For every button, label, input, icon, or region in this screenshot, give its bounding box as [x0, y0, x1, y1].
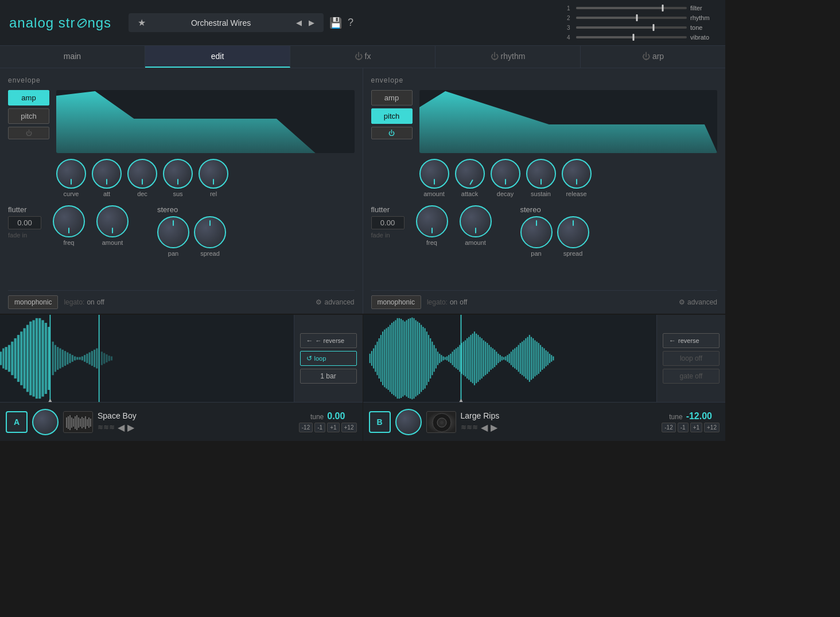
knob-b-attack[interactable]: attack	[455, 159, 485, 197]
svg-rect-110	[452, 352, 453, 365]
svg-rect-17	[41, 320, 44, 396]
svg-rect-144	[514, 348, 515, 368]
panel-a-flutter-label: flutter	[8, 205, 41, 214]
panel-a-fade-in-label: fade in	[8, 232, 41, 239]
sample-b-prev-icon[interactable]: ◀	[481, 422, 488, 433]
panel-a-power-button[interactable]: ⏻	[8, 127, 49, 139]
power-b-button[interactable]: B	[369, 411, 391, 433]
loop-a-button[interactable]: ↺ loop	[300, 351, 357, 366]
svg-rect-53	[73, 419, 74, 427]
knob-b-decay-label: decay	[497, 190, 514, 197]
knob-b-flutter-amount-label: amount	[465, 239, 486, 246]
svg-rect-106	[444, 357, 445, 360]
preset-star-icon[interactable]: ★	[138, 17, 146, 28]
knob-a-att[interactable]: att	[92, 159, 122, 197]
panel-a-envelope-label: envelope	[8, 76, 355, 84]
preset-next-icon[interactable]: ▶	[309, 18, 314, 27]
tune-b-m1[interactable]: -1	[678, 423, 689, 432]
knob-b-spread[interactable]: spread	[557, 216, 589, 257]
panel-b-amp-button[interactable]: amp	[371, 90, 413, 106]
panel-a-legato-on[interactable]: on	[87, 298, 94, 306]
svg-rect-80	[396, 318, 398, 399]
tab-fx[interactable]: ⏻fx	[290, 46, 435, 68]
power-a-button[interactable]: A	[6, 411, 28, 433]
svg-rect-109	[450, 354, 451, 363]
knob-a-flutter-amount[interactable]: amount	[96, 205, 129, 246]
tune-b-label: tune	[669, 413, 682, 421]
knob-b-decay[interactable]: decay	[491, 159, 520, 197]
svg-rect-43	[106, 354, 107, 362]
knob-b-sustain[interactable]: sustain	[526, 159, 556, 197]
knob-b-release[interactable]: release	[562, 159, 592, 197]
knob-b-flutter-amount[interactable]: amount	[460, 205, 492, 246]
knob-a-curve[interactable]: curve	[56, 159, 86, 197]
knob-b-flutter-freq[interactable]: freq	[416, 205, 448, 246]
knob-a-rel[interactable]: rel	[199, 159, 228, 197]
sample-b-name: Large Rips	[461, 411, 658, 420]
svg-rect-117	[464, 340, 465, 376]
slider-filter-track[interactable]	[576, 7, 687, 9]
tune-b-p1[interactable]: +1	[690, 423, 702, 432]
panel-a-mono-button[interactable]: monophonic	[8, 295, 58, 309]
save-icon[interactable]: 💾	[329, 17, 342, 29]
knob-a-sus[interactable]: sus	[163, 159, 193, 197]
tune-b-m12[interactable]: -12	[662, 423, 675, 432]
svg-rect-138	[503, 357, 504, 360]
panel-a-legato-off[interactable]: off	[97, 298, 104, 306]
panel-b-mono-button[interactable]: monophonic	[371, 295, 421, 309]
sample-a-prev-icon[interactable]: ◀	[118, 422, 125, 433]
loop-off-b-button[interactable]: loop off	[663, 351, 720, 366]
reverse-a-button[interactable]: ← ← reverse	[300, 333, 357, 348]
tab-main[interactable]: main	[0, 46, 145, 68]
knob-a-spread[interactable]: spread	[194, 216, 226, 257]
panel-b-advanced-button[interactable]: ⚙ advanced	[679, 298, 717, 306]
gate-off-b-button[interactable]: gate off	[663, 369, 720, 384]
tab-arp[interactable]: ⏻arp	[581, 46, 725, 68]
panel-a-amp-button[interactable]: amp	[8, 90, 49, 106]
preset-prev-icon[interactable]: ◀	[296, 18, 302, 27]
svg-rect-54	[75, 416, 76, 429]
tune-a-p12[interactable]: +12	[341, 423, 357, 432]
svg-marker-1	[419, 91, 718, 153]
svg-rect-124	[477, 335, 479, 382]
panel-b-flutter-label: flutter	[371, 205, 405, 214]
knob-a-dec[interactable]: dec	[127, 159, 157, 197]
knob-b-amount[interactable]: amount	[419, 159, 449, 197]
sample-a-next-icon[interactable]: ▶	[127, 422, 134, 433]
volume-a-knob[interactable]	[32, 409, 59, 435]
reverse-b-button[interactable]: ←reverse	[663, 333, 720, 348]
svg-rect-84	[404, 322, 405, 396]
panel-a-pitch-button[interactable]: pitch	[8, 108, 49, 124]
svg-rect-3	[0, 352, 2, 365]
tune-a-p1[interactable]: +1	[327, 423, 339, 432]
knob-b-pan[interactable]: pan	[520, 216, 553, 257]
tab-rhythm[interactable]: ⏻rhythm	[435, 46, 581, 68]
panel-b-power-button[interactable]: ⏻	[371, 127, 413, 139]
svg-rect-154	[532, 338, 534, 378]
knob-a-flutter-freq[interactable]: freq	[53, 205, 85, 246]
svg-rect-156	[536, 342, 537, 375]
knob-a-pan[interactable]: pan	[157, 216, 189, 257]
panel-b-legato-on[interactable]: on	[450, 298, 457, 306]
slider-rhythm-label: rhythm	[690, 14, 716, 21]
slider-vibrato-track[interactable]	[576, 36, 687, 38]
panel-b-pitch-button[interactable]: pitch	[371, 108, 413, 124]
svg-rect-83	[402, 320, 403, 396]
volume-b-knob[interactable]	[395, 409, 422, 435]
help-icon[interactable]: ?	[348, 17, 353, 29]
svg-rect-41	[101, 352, 103, 365]
tune-b-p12[interactable]: +12	[704, 423, 720, 432]
panel-b-legato-off[interactable]: off	[460, 298, 467, 306]
bar-a-button[interactable]: 1 bar	[300, 369, 357, 384]
slider-rhythm-track[interactable]	[576, 17, 687, 19]
svg-rect-34	[84, 355, 85, 362]
tune-a-m12[interactable]: -12	[299, 423, 313, 432]
panel-a-advanced-button[interactable]: ⚙ advanced	[316, 298, 354, 306]
sample-b-next-icon[interactable]: ▶	[491, 422, 497, 433]
svg-rect-27	[67, 352, 68, 364]
slider-tone-track[interactable]	[576, 26, 687, 29]
svg-rect-103	[439, 354, 440, 363]
tune-a-m1[interactable]: -1	[314, 423, 325, 432]
tab-edit[interactable]: edit	[145, 46, 290, 68]
panel-a: envelope amp pitch ⏻	[0, 68, 363, 314]
